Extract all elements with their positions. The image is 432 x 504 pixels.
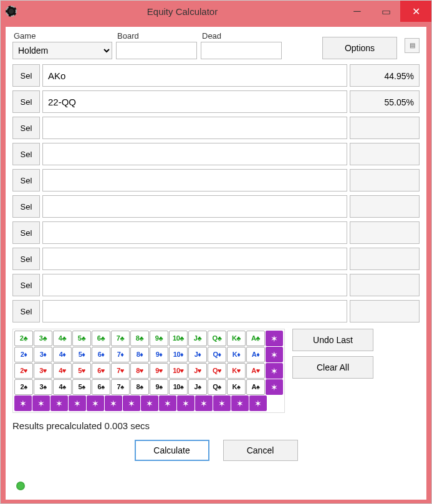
card-5s[interactable]: 5♠ — [72, 379, 91, 395]
sel-button[interactable]: Sel — [12, 195, 40, 218]
card-2s[interactable]: 2♠ — [14, 379, 33, 395]
range-input[interactable] — [42, 195, 347, 218]
range-input[interactable] — [42, 117, 347, 139]
card-3s[interactable]: 3♠ — [34, 379, 52, 395]
card-Ac[interactable]: A♣ — [246, 331, 265, 346]
card-star-s[interactable]: ✶ — [266, 379, 283, 395]
card-8s[interactable]: 8♠ — [130, 379, 149, 395]
card-8h[interactable]: 8♥ — [130, 363, 149, 379]
card-star-bottom-8[interactable]: ✶ — [159, 395, 176, 411]
sel-button[interactable]: Sel — [12, 64, 40, 87]
sel-button[interactable]: Sel — [12, 300, 40, 322]
game-select[interactable]: Holdem — [12, 42, 112, 59]
range-input[interactable] — [42, 64, 347, 87]
sel-button[interactable]: Sel — [12, 90, 40, 113]
card-star-bottom-1[interactable]: ✶ — [32, 395, 50, 411]
card-2c[interactable]: 2♣ — [14, 331, 33, 346]
card-Ad[interactable]: A♦ — [246, 347, 265, 362]
card-Qc[interactable]: Q♣ — [208, 331, 226, 346]
card-Ks[interactable]: K♠ — [227, 379, 246, 395]
range-input[interactable] — [42, 300, 347, 322]
card-6s[interactable]: 6♠ — [92, 379, 110, 395]
sel-button[interactable]: Sel — [12, 169, 40, 191]
card-As[interactable]: A♠ — [246, 379, 265, 395]
card-3h[interactable]: 3♥ — [34, 363, 52, 379]
range-input[interactable] — [42, 143, 347, 165]
maximize-button[interactable]: ▭ — [372, 1, 400, 22]
options-button[interactable]: Options — [322, 37, 397, 59]
card-9d[interactable]: 9♦ — [150, 347, 168, 362]
range-input[interactable] — [42, 90, 347, 113]
card-6d[interactable]: 6♦ — [92, 347, 110, 362]
card-8d[interactable]: 8♦ — [130, 347, 149, 362]
card-star-bottom-13[interactable]: ✶ — [249, 395, 267, 411]
dead-input[interactable] — [201, 42, 282, 59]
card-Qd[interactable]: Q♦ — [208, 347, 226, 362]
range-input[interactable] — [42, 248, 347, 270]
card-Kd[interactable]: K♦ — [227, 347, 246, 362]
card-Qs[interactable]: Q♠ — [208, 379, 226, 395]
card-6h[interactable]: 6♥ — [92, 363, 110, 379]
card-star-d[interactable]: ✶ — [266, 347, 283, 362]
sel-button[interactable]: Sel — [12, 248, 40, 270]
card-7c[interactable]: 7♣ — [111, 331, 130, 346]
card-7h[interactable]: 7♥ — [111, 363, 130, 379]
sel-button[interactable]: Sel — [12, 143, 40, 165]
card-2d[interactable]: 2♦ — [14, 347, 33, 362]
card-9c[interactable]: 9♣ — [150, 331, 168, 346]
card-star-bottom-5[interactable]: ✶ — [105, 395, 122, 411]
minimize-button[interactable]: ─ — [343, 1, 372, 22]
board-input[interactable] — [116, 42, 197, 59]
card-star-c[interactable]: ✶ — [266, 331, 283, 346]
range-input[interactable] — [42, 274, 347, 296]
card-Kc[interactable]: K♣ — [227, 331, 246, 346]
card-7d[interactable]: 7♦ — [111, 347, 130, 362]
range-input[interactable] — [42, 221, 347, 244]
card-6c[interactable]: 6♣ — [92, 331, 110, 346]
card-10h[interactable]: 10♥ — [169, 363, 188, 379]
range-input[interactable] — [42, 169, 347, 191]
card-10c[interactable]: 10♣ — [169, 331, 188, 346]
cancel-button[interactable]: Cancel — [223, 440, 298, 461]
card-Ah[interactable]: A♥ — [246, 363, 265, 379]
sel-button[interactable]: Sel — [12, 117, 40, 139]
card-star-bottom-7[interactable]: ✶ — [141, 395, 158, 411]
card-8c[interactable]: 8♣ — [130, 331, 149, 346]
card-7s[interactable]: 7♠ — [111, 379, 130, 395]
card-Jh[interactable]: J♥ — [188, 363, 207, 379]
card-star-bottom-9[interactable]: ✶ — [177, 395, 194, 411]
card-3c[interactable]: 3♣ — [34, 331, 52, 346]
card-star-bottom-12[interactable]: ✶ — [231, 395, 249, 411]
card-2h[interactable]: 2♥ — [14, 363, 33, 379]
card-star-bottom-4[interactable]: ✶ — [87, 395, 104, 411]
card-4c[interactable]: 4♣ — [53, 331, 72, 346]
calculate-button[interactable]: Calculate — [135, 440, 209, 461]
card-star-bottom-6[interactable]: ✶ — [123, 395, 140, 411]
card-9h[interactable]: 9♥ — [150, 363, 168, 379]
close-button[interactable]: ✕ — [400, 1, 431, 22]
card-Js[interactable]: J♠ — [188, 379, 207, 395]
card-4h[interactable]: 4♥ — [53, 363, 72, 379]
options-extra-button[interactable]: ▤ — [405, 38, 420, 53]
card-4s[interactable]: 4♠ — [53, 379, 72, 395]
card-star-bottom-11[interactable]: ✶ — [213, 395, 231, 411]
card-Jc[interactable]: J♣ — [188, 331, 207, 346]
card-Qh[interactable]: Q♥ — [208, 363, 226, 379]
card-10d[interactable]: 10♦ — [169, 347, 188, 362]
card-4d[interactable]: 4♦ — [53, 347, 72, 362]
clear-all-button[interactable]: Clear All — [292, 356, 373, 379]
card-Jd[interactable]: J♦ — [188, 347, 207, 362]
sel-button[interactable]: Sel — [12, 221, 40, 244]
card-star-bottom-0[interactable]: ✶ — [14, 395, 32, 411]
card-star-bottom-3[interactable]: ✶ — [69, 395, 86, 411]
card-star-bottom-10[interactable]: ✶ — [195, 395, 213, 411]
card-star-h[interactable]: ✶ — [266, 363, 283, 379]
card-5h[interactable]: 5♥ — [72, 363, 91, 379]
card-5c[interactable]: 5♣ — [72, 331, 91, 346]
undo-last-button[interactable]: Undo Last — [292, 329, 373, 351]
card-9s[interactable]: 9♠ — [150, 379, 168, 395]
sel-button[interactable]: Sel — [12, 274, 40, 296]
card-Kh[interactable]: K♥ — [227, 363, 246, 379]
card-star-bottom-2[interactable]: ✶ — [50, 395, 68, 411]
card-3d[interactable]: 3♦ — [34, 347, 52, 362]
